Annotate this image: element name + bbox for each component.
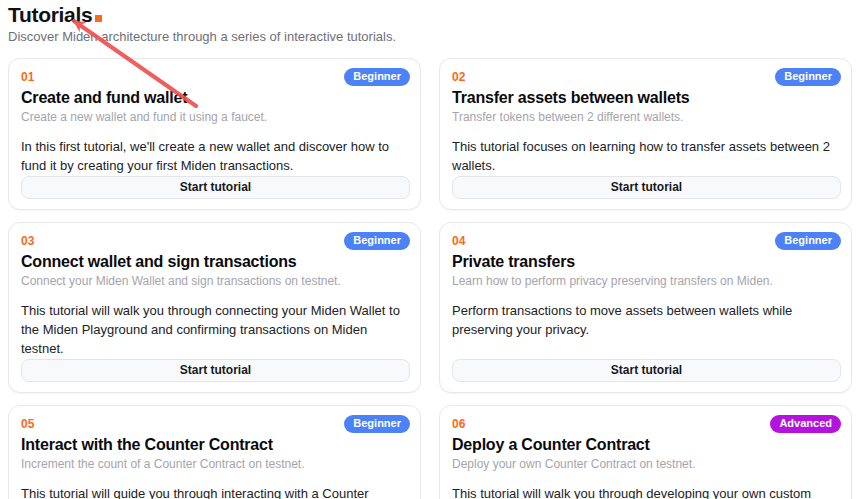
card-number: 02: [452, 68, 466, 84]
card-header: 02 Beginner: [452, 68, 841, 86]
card-description: This tutorial focuses on learning how to…: [452, 138, 841, 176]
card-subtitle: Create a new wallet and fund it using a …: [21, 110, 410, 126]
start-tutorial-button[interactable]: Start tutorial: [452, 359, 841, 382]
difficulty-badge: Beginner: [344, 415, 410, 433]
tutorial-card-06: 06 Advanced Deploy a Counter Contract De…: [439, 405, 852, 499]
card-number: 01: [21, 68, 35, 84]
difficulty-badge: Beginner: [775, 68, 841, 86]
page-subtitle: Discover Miden architecture through a se…: [8, 29, 852, 46]
card-description: This tutorial will walk you through deve…: [452, 485, 841, 499]
card-number: 03: [21, 232, 35, 248]
card-description: Perform transactions to move assets betw…: [452, 302, 841, 340]
card-title: Transfer assets between wallets: [452, 88, 841, 107]
tutorial-card-02: 02 Beginner Transfer assets between wall…: [439, 58, 852, 210]
difficulty-badge: Beginner: [775, 232, 841, 250]
card-title: Create and fund wallet: [21, 88, 410, 107]
card-title: Interact with the Counter Contract: [21, 435, 410, 454]
difficulty-badge: Beginner: [344, 232, 410, 250]
card-number: 05: [21, 415, 35, 431]
difficulty-badge: Advanced: [770, 415, 841, 433]
card-description: In this first tutorial, we'll create a n…: [21, 138, 410, 176]
tutorials-page: Tutorials Discover Miden architecture th…: [0, 0, 860, 499]
page-title-text: Tutorials: [8, 3, 92, 26]
card-subtitle: Increment the count of a Counter Contrac…: [21, 457, 410, 473]
card-number: 04: [452, 232, 466, 248]
card-title: Deploy a Counter Contract: [452, 435, 841, 454]
tutorial-card-04: 04 Beginner Private transfers Learn how …: [439, 222, 852, 393]
title-accent-square: [95, 15, 102, 22]
card-description: This tutorial will walk you through conn…: [21, 302, 410, 359]
card-header: 05 Beginner: [21, 415, 410, 433]
tutorial-card-03: 03 Beginner Connect wallet and sign tran…: [8, 222, 421, 393]
card-subtitle: Deploy your own Counter Contract on test…: [452, 457, 841, 473]
card-number: 06: [452, 415, 466, 431]
card-title: Connect wallet and sign transactions: [21, 252, 410, 271]
start-tutorial-button[interactable]: Start tutorial: [21, 359, 410, 382]
start-tutorial-button[interactable]: Start tutorial: [452, 176, 841, 199]
card-header: 03 Beginner: [21, 232, 410, 250]
page-title: Tutorials: [8, 3, 852, 27]
card-subtitle: Learn how to perform privacy preserving …: [452, 274, 841, 290]
start-tutorial-button[interactable]: Start tutorial: [21, 176, 410, 199]
card-subtitle: Connect your Miden Wallet and sign trans…: [21, 274, 410, 290]
card-description: This tutorial will guide you through int…: [21, 485, 410, 499]
card-subtitle: Transfer tokens between 2 different wall…: [452, 110, 841, 126]
card-header: 01 Beginner: [21, 68, 410, 86]
tutorial-card-01: 01 Beginner Create and fund wallet Creat…: [8, 58, 421, 210]
card-header: 04 Beginner: [452, 232, 841, 250]
card-title: Private transfers: [452, 252, 841, 271]
tutorial-card-05: 05 Beginner Interact with the Counter Co…: [8, 405, 421, 499]
difficulty-badge: Beginner: [344, 68, 410, 86]
card-header: 06 Advanced: [452, 415, 841, 433]
tutorials-grid: 01 Beginner Create and fund wallet Creat…: [8, 58, 852, 499]
